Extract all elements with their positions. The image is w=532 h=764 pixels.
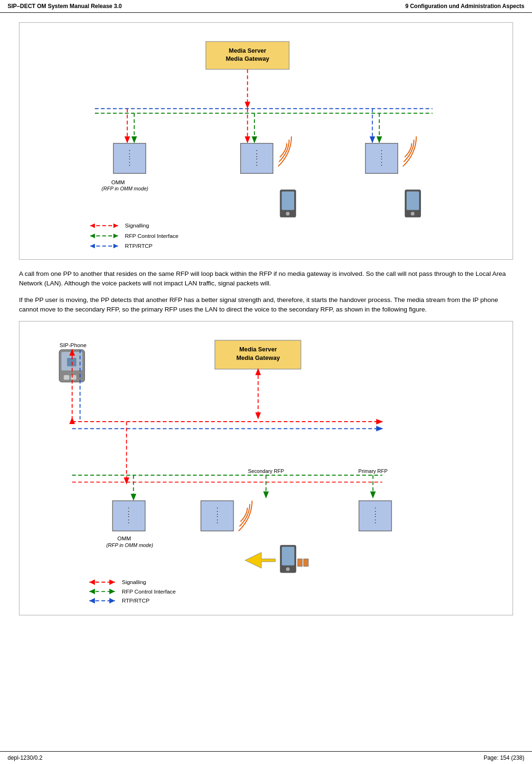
svg-marker-99 <box>89 579 95 585</box>
diagram2-svg: SIP-Phone Media Server Media Gateway <box>29 331 503 605</box>
svg-marker-37 <box>113 223 118 228</box>
svg-marker-73 <box>124 478 130 485</box>
svg-marker-69 <box>376 419 383 424</box>
svg-text:OMM: OMM <box>117 535 131 541</box>
svg-marker-41 <box>113 234 118 238</box>
svg-rect-96 <box>304 559 308 566</box>
svg-point-93 <box>286 567 290 571</box>
footer-left: depl-1230/0.2 <box>8 755 42 761</box>
svg-rect-52 <box>71 375 76 380</box>
svg-marker-72 <box>131 494 136 501</box>
svg-text:Media Gateway: Media Gateway <box>226 56 269 62</box>
svg-marker-38 <box>90 223 95 228</box>
svg-marker-42 <box>90 234 95 238</box>
svg-text:RTP/RTCP: RTP/RTCP <box>122 597 149 604</box>
svg-marker-75 <box>263 491 269 499</box>
svg-text:Primary RFP: Primary RFP <box>358 468 388 474</box>
svg-marker-8 <box>124 136 130 143</box>
svg-text:Media Server: Media Server <box>239 346 277 353</box>
header-left: SIP–DECT OM System Manual Release 3.0 <box>8 3 122 9</box>
svg-marker-98 <box>109 579 115 585</box>
svg-marker-62 <box>255 412 261 419</box>
svg-text:RTP/RTCP: RTP/RTCP <box>125 243 152 249</box>
svg-text:SIP-Phone: SIP-Phone <box>60 342 87 348</box>
svg-rect-51 <box>64 375 69 380</box>
header-right: 9 Configuration und Administration Aspec… <box>405 3 524 9</box>
paragraph2: If the PP user is moving, the PP detects… <box>19 295 513 315</box>
svg-marker-46 <box>90 244 95 248</box>
paragraph1: A call from one PP to another that resid… <box>19 269 513 289</box>
svg-text:(RFP in OMM mode): (RFP in OMM mode) <box>102 186 148 191</box>
svg-text:⋮: ⋮ <box>125 515 133 524</box>
svg-marker-55 <box>69 417 75 424</box>
diagram1-svg: Media Server Media Gateway <box>29 32 503 250</box>
svg-rect-92 <box>282 547 294 566</box>
svg-text:⋮: ⋮ <box>377 157 386 167</box>
svg-text:⋮: ⋮ <box>213 515 222 524</box>
svg-text:⋮: ⋮ <box>252 157 261 167</box>
svg-text:Secondary RFP: Secondary RFP <box>248 468 284 474</box>
svg-marker-14 <box>252 136 257 143</box>
svg-marker-4 <box>245 102 251 109</box>
svg-marker-103 <box>89 589 95 594</box>
svg-marker-18 <box>376 136 382 143</box>
svg-text:Media Gateway: Media Gateway <box>236 354 280 361</box>
svg-text:(RFP in OMM mode): (RFP in OMM mode) <box>106 542 153 548</box>
svg-marker-106 <box>109 598 115 604</box>
svg-marker-102 <box>109 589 115 594</box>
svg-rect-31 <box>282 191 294 210</box>
diagram1: Media Server Media Gateway <box>19 22 513 260</box>
diagram2: SIP-Phone Media Server Media Gateway <box>19 321 513 615</box>
svg-text:RFP Control Interface: RFP Control Interface <box>122 588 176 594</box>
svg-marker-107 <box>89 598 95 604</box>
svg-rect-34 <box>407 191 419 210</box>
svg-marker-16 <box>370 136 375 143</box>
svg-text:Signalling: Signalling <box>125 222 149 228</box>
svg-text:⋮: ⋮ <box>125 157 134 167</box>
svg-marker-68 <box>376 426 383 432</box>
svg-point-35 <box>411 212 415 216</box>
svg-marker-94 <box>245 552 275 568</box>
footer-right: Page: 154 (238) <box>484 755 524 761</box>
svg-marker-77 <box>370 491 376 499</box>
svg-marker-45 <box>113 244 118 248</box>
svg-marker-12 <box>245 136 251 143</box>
svg-text:Media Server: Media Server <box>229 47 266 54</box>
svg-text:OMM: OMM <box>111 179 125 185</box>
svg-text:Signalling: Signalling <box>122 579 146 585</box>
svg-marker-10 <box>131 136 137 143</box>
svg-text:⋮: ⋮ <box>371 515 380 524</box>
svg-rect-95 <box>298 559 302 566</box>
svg-text:RFP Control Interface: RFP Control Interface <box>125 233 178 239</box>
svg-point-32 <box>286 212 289 216</box>
